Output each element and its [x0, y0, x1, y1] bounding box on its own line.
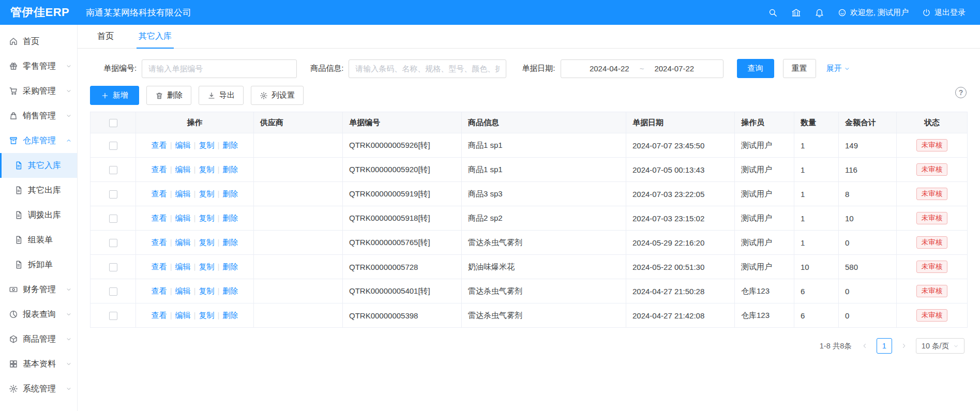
sidebar-item-label: 拆卸单 — [28, 260, 53, 270]
product-info-input[interactable] — [349, 59, 506, 78]
view-link[interactable]: 查看 — [152, 238, 167, 247]
product-info-label: 商品信息: — [310, 64, 343, 73]
sidebar-item-home[interactable]: 首页 — [0, 29, 77, 54]
row-checkbox[interactable] — [109, 215, 117, 223]
edit-link[interactable]: 编辑 — [175, 165, 191, 174]
date-range-picker[interactable]: 2024-04-22 ~ 2024-07-22 — [561, 59, 723, 78]
copy-link[interactable]: 复制 — [199, 165, 214, 174]
row-checkbox[interactable] — [109, 142, 117, 150]
view-link[interactable]: 查看 — [152, 189, 167, 198]
sidebar-item-finance[interactable]: 财务管理 — [0, 277, 77, 302]
page-number-1[interactable]: 1 — [877, 338, 892, 354]
search-icon[interactable] — [768, 8, 778, 18]
delete-link[interactable]: 删除 — [222, 262, 238, 271]
select-all-checkbox[interactable] — [109, 119, 117, 127]
view-link[interactable]: 查看 — [152, 214, 167, 222]
delete-link[interactable]: 删除 — [222, 311, 238, 319]
row-checkbox[interactable] — [109, 166, 117, 174]
sidebar-item-sales[interactable]: 销售管理 — [0, 103, 77, 128]
sidebar-item-disassembly-order[interactable]: 拆卸单 — [0, 252, 77, 277]
row-select-cell — [91, 303, 136, 328]
row-actions-cell: 查看|编辑|复制|删除 — [136, 133, 254, 158]
home-icon — [9, 37, 18, 46]
export-button[interactable]: 导出 — [199, 86, 244, 105]
date-start-value[interactable]: 2024-04-22 — [590, 64, 629, 73]
sidebar-item-report[interactable]: 报表查询 — [0, 302, 77, 327]
edit-link[interactable]: 编辑 — [175, 214, 191, 222]
delete-link[interactable]: 删除 — [222, 238, 238, 247]
sidebar-item-warehouse[interactable]: 仓库管理 — [0, 128, 77, 153]
sidebar-item-purchase[interactable]: 采购管理 — [0, 79, 77, 103]
sidebar-item-other-outbound[interactable]: 其它出库 — [0, 178, 77, 203]
view-link[interactable]: 查看 — [152, 311, 167, 319]
view-link[interactable]: 查看 — [152, 165, 167, 174]
action-separator: | — [194, 311, 196, 319]
logout-button[interactable]: 退出登录 — [922, 8, 966, 18]
row-checkbox[interactable] — [109, 263, 117, 271]
date-end-value[interactable]: 2024-07-22 — [654, 64, 694, 73]
delete-button-label: 删除 — [167, 90, 183, 100]
view-link[interactable]: 查看 — [152, 141, 167, 149]
edit-link[interactable]: 编辑 — [175, 262, 191, 271]
delete-link[interactable]: 删除 — [222, 189, 238, 198]
action-separator: | — [217, 189, 219, 198]
edit-link[interactable]: 编辑 — [175, 189, 191, 198]
sidebar-item-basic[interactable]: 基本资料 — [0, 352, 77, 376]
edit-link[interactable]: 编辑 — [175, 286, 191, 295]
action-separator: | — [217, 286, 219, 295]
qty-cell: 1 — [794, 133, 839, 158]
tab-home[interactable]: 首页 — [95, 25, 116, 48]
sidebar-item-transfer-outbound[interactable]: 调拨出库 — [0, 203, 77, 227]
prev-page-button[interactable] — [859, 339, 870, 354]
copy-link[interactable]: 复制 — [199, 262, 214, 271]
copy-link[interactable]: 复制 — [199, 238, 214, 247]
row-checkbox[interactable] — [109, 287, 117, 296]
copy-link[interactable]: 复制 — [199, 189, 214, 198]
bank-icon[interactable] — [791, 8, 801, 18]
delete-link[interactable]: 删除 — [222, 286, 238, 295]
reset-button[interactable]: 重置 — [783, 59, 816, 78]
view-link[interactable]: 查看 — [152, 286, 167, 295]
operator-cell: 仓库123 — [735, 279, 794, 303]
sidebar-item-retail[interactable]: 零售管理 — [0, 54, 77, 79]
copy-link[interactable]: 复制 — [199, 141, 214, 149]
view-link[interactable]: 查看 — [152, 262, 167, 271]
add-button[interactable]: 新增 — [90, 86, 139, 105]
chevron-up-icon — [66, 138, 72, 144]
row-checkbox[interactable] — [109, 239, 117, 247]
row-checkbox[interactable] — [109, 312, 117, 320]
page-size-select[interactable]: 10 条/页 — [916, 338, 964, 354]
sidebar-item-other-inbound[interactable]: 其它入库 — [0, 153, 77, 178]
copy-link[interactable]: 复制 — [199, 286, 214, 295]
row-checkbox[interactable] — [109, 190, 117, 199]
next-page-button[interactable] — [898, 339, 910, 354]
tab-other-inbound[interactable]: 其它入库 — [137, 25, 174, 48]
edit-link[interactable]: 编辑 — [175, 311, 191, 319]
delete-button[interactable]: 删除 — [146, 86, 191, 105]
welcome-user[interactable]: 欢迎您, 测试用户 — [838, 8, 909, 18]
delete-link[interactable]: 删除 — [222, 214, 238, 222]
header-right: 欢迎您, 测试用户 退出登录 — [768, 8, 980, 18]
bell-icon[interactable] — [815, 8, 824, 18]
col-actions: 操作 — [136, 112, 254, 133]
search-button[interactable]: 查询 — [737, 59, 774, 78]
help-icon[interactable]: ? — [955, 87, 967, 98]
status-cell: 未审核 — [897, 231, 968, 255]
copy-link[interactable]: 复制 — [199, 214, 214, 222]
chevron-down-icon — [66, 286, 72, 293]
sidebar-item-assembly-order[interactable]: 组装单 — [0, 227, 77, 252]
column-settings-button[interactable]: 列设置 — [251, 86, 304, 105]
copy-link[interactable]: 复制 — [199, 311, 214, 319]
delete-link[interactable]: 删除 — [222, 165, 238, 174]
expand-toggle[interactable]: 展开 — [826, 64, 850, 73]
bill-no-input[interactable] — [142, 59, 297, 78]
sidebar-item-product[interactable]: 商品管理 — [0, 327, 77, 352]
edit-link[interactable]: 编辑 — [175, 141, 191, 149]
delete-link[interactable]: 删除 — [222, 141, 238, 149]
row-select-cell — [91, 206, 136, 231]
sidebar-item-system[interactable]: 系统管理 — [0, 376, 77, 401]
filter-bar: 单据编号: 商品信息: 单据日期: 2024-04-22 ~ 2024-07-2… — [103, 59, 980, 78]
action-separator: | — [194, 238, 196, 247]
report-icon — [9, 310, 18, 319]
edit-link[interactable]: 编辑 — [175, 238, 191, 247]
